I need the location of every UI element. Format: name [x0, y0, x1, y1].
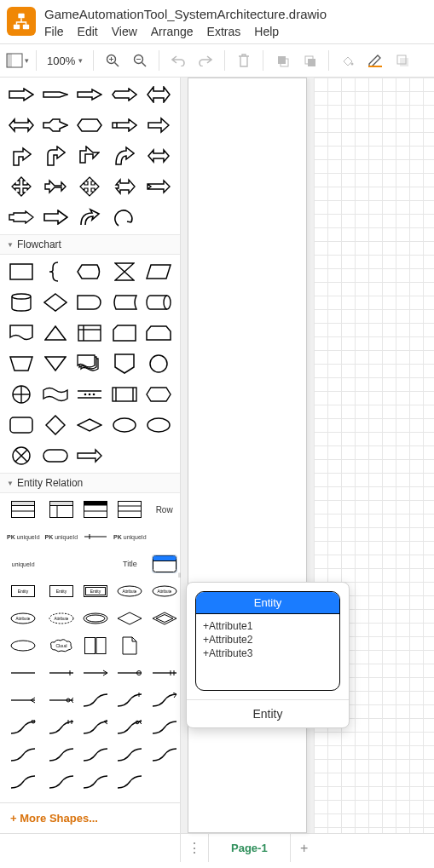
- delete-button[interactable]: [232, 49, 256, 72]
- shape-arrow[interactable]: [7, 83, 36, 106]
- shape-or[interactable]: [7, 382, 36, 406]
- shape-extract[interactable]: [41, 321, 70, 345]
- shape-connector-curve[interactable]: [152, 745, 177, 764]
- shape-connector-line[interactable]: [7, 691, 40, 710]
- shape-pk-row[interactable]: PK uniqueId: [7, 527, 40, 546]
- shape-relationship-double[interactable]: [152, 609, 177, 628]
- shape-arrow[interactable]: [144, 144, 173, 168]
- shape-relationship[interactable]: [113, 609, 147, 628]
- undo-button[interactable]: [166, 49, 190, 72]
- shape-connector-curve[interactable]: [113, 691, 147, 710]
- shape-connector-curve[interactable]: [45, 745, 78, 764]
- shape-entity-rect[interactable]: Entity: [45, 582, 78, 601]
- fill-color-button[interactable]: [336, 49, 360, 72]
- more-shapes-button[interactable]: + More Shapes...: [0, 802, 180, 833]
- menu-extras[interactable]: Extras: [207, 25, 241, 38]
- zoom-out-button[interactable]: [128, 49, 152, 72]
- sidebar-toggle-button[interactable]: ▾: [5, 49, 29, 72]
- menu-view[interactable]: View: [112, 25, 137, 38]
- shape-arrow[interactable]: [7, 205, 36, 229]
- shape-preparation[interactable]: [144, 382, 173, 406]
- shape-arrow[interactable]: [41, 175, 70, 198]
- shape-arrow[interactable]: [75, 83, 104, 106]
- shape-connector-curve[interactable]: [7, 745, 40, 764]
- shape-process2[interactable]: [7, 413, 36, 437]
- menu-file[interactable]: File: [44, 25, 64, 38]
- shape-merge[interactable]: [41, 352, 70, 376]
- shape-ellipse[interactable]: [110, 413, 139, 437]
- shape-connector-line[interactable]: [45, 664, 78, 682]
- shape-connector-curve[interactable]: [83, 718, 108, 737]
- shape-attribute[interactable]: Attribute: [113, 582, 147, 601]
- shape-cloud[interactable]: Cloud: [45, 636, 78, 655]
- shape-arrow[interactable]: [41, 83, 70, 106]
- redo-button[interactable]: [194, 49, 217, 72]
- shape-brace[interactable]: [41, 260, 70, 284]
- shape-connector-curve[interactable]: [83, 745, 108, 764]
- shape-arrow[interactable]: [75, 175, 104, 198]
- shape-card[interactable]: [110, 321, 139, 345]
- document-title[interactable]: GameAutomationTool_SystemArchitecture.dr…: [44, 5, 327, 21]
- shape-internal[interactable]: [75, 321, 104, 345]
- shape-arrow[interactable]: [110, 144, 139, 168]
- shape-arrow[interactable]: [75, 113, 104, 137]
- shape-row[interactable]: uniqueId: [7, 555, 40, 573]
- shape-direct-data[interactable]: [144, 290, 173, 314]
- shape-arrow[interactable]: [75, 205, 104, 229]
- shape-connector-curve[interactable]: [7, 718, 40, 737]
- shape-arrow[interactable]: [110, 175, 139, 198]
- shape-delay[interactable]: [75, 290, 104, 314]
- shape-arrow[interactable]: [110, 83, 139, 106]
- shape-arrow[interactable]: [7, 175, 36, 198]
- shape-entity-selected[interactable]: [152, 555, 177, 573]
- shape-database[interactable]: [7, 290, 36, 314]
- shape-connector-curve[interactable]: [113, 718, 147, 737]
- shape-pk-row[interactable]: PK uniqueId: [113, 527, 147, 546]
- shape-sum[interactable]: [7, 444, 36, 468]
- shape-connector-curve[interactable]: [45, 773, 78, 791]
- page-tab[interactable]: Page-1: [208, 834, 291, 862]
- shape-loop-limit[interactable]: [144, 321, 173, 345]
- shape-connector-curve[interactable]: [45, 718, 78, 737]
- shape-row-label[interactable]: Row: [152, 500, 177, 519]
- shape-predefined[interactable]: [110, 382, 139, 406]
- shape-offpage[interactable]: [110, 352, 139, 376]
- shape-display[interactable]: [75, 260, 104, 284]
- shape-arrow[interactable]: [144, 83, 173, 106]
- shape-transfer[interactable]: [75, 444, 104, 468]
- shape-table[interactable]: [45, 500, 78, 519]
- shape-arrow[interactable]: [144, 113, 173, 137]
- shape-table[interactable]: [7, 500, 40, 519]
- shape-entity-rect[interactable]: Entity: [7, 582, 40, 601]
- shape-tape[interactable]: [41, 382, 70, 406]
- shape-arrow[interactable]: [110, 205, 139, 229]
- shape-document[interactable]: [7, 321, 36, 345]
- shape-manual-op[interactable]: [7, 352, 36, 376]
- shape-pk-row[interactable]: PK uniqueId: [45, 527, 78, 546]
- menu-help[interactable]: Help: [254, 25, 279, 38]
- shape-attribute[interactable]: [7, 636, 40, 655]
- shape-connector-curve[interactable]: [113, 773, 147, 791]
- shape-stored-data[interactable]: [110, 290, 139, 314]
- shape-note[interactable]: [83, 636, 108, 655]
- shape-arrow[interactable]: [110, 113, 139, 137]
- shape-connector[interactable]: [144, 352, 173, 376]
- shape-connector-line[interactable]: [152, 664, 177, 682]
- shape-connector-line[interactable]: [83, 664, 108, 682]
- shape-attribute-dashed[interactable]: Attribute: [45, 609, 78, 628]
- shadow-button[interactable]: [391, 49, 414, 72]
- shape-parallel[interactable]: [75, 382, 104, 406]
- shape-entity-double[interactable]: Entity: [83, 582, 108, 601]
- shape-arrow[interactable]: [7, 113, 36, 137]
- shape-connector-curve[interactable]: [83, 691, 108, 710]
- shape-arrow[interactable]: [41, 144, 70, 168]
- shape-connector-line[interactable]: [7, 664, 40, 682]
- section-flowchart[interactable]: ▼ Flowchart: [0, 234, 180, 255]
- shape-table[interactable]: [113, 500, 147, 519]
- shape-arrow[interactable]: [144, 175, 173, 198]
- shape-attribute[interactable]: Attribute: [152, 582, 177, 601]
- zoom-select[interactable]: 100%▾: [43, 55, 86, 67]
- shape-terminator[interactable]: [41, 444, 70, 468]
- shape-connector-curve[interactable]: [83, 773, 108, 791]
- shape-connector-line[interactable]: [45, 691, 78, 710]
